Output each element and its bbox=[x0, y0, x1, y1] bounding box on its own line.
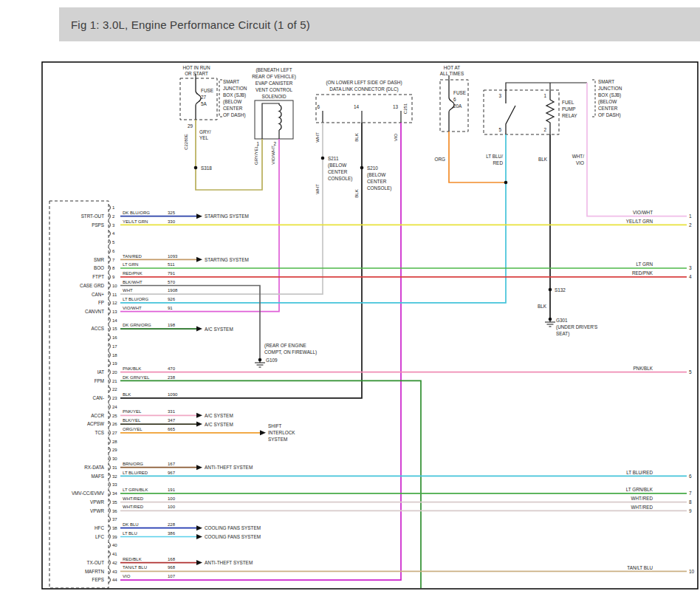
label: 1 bbox=[543, 93, 546, 98]
figure-page: Fig 1: 3.0L, Engine Performance Circuit … bbox=[0, 0, 700, 608]
pcm-pin-number: 35 bbox=[112, 500, 117, 505]
pcm-pin-label: TX-OUT bbox=[87, 560, 105, 565]
label: 3 bbox=[498, 93, 501, 98]
pcm-pin-label: FP bbox=[98, 300, 104, 305]
wire-circuit-number: 570 bbox=[168, 280, 176, 284]
splice-dot bbox=[504, 181, 508, 185]
rotated-label: GRY/YEL bbox=[254, 145, 258, 165]
wire-color-label: LT GRN/BLK bbox=[626, 487, 653, 492]
pcm-pin-number: 39 bbox=[112, 535, 117, 539]
label: ALL TIMES bbox=[440, 71, 464, 76]
pcm-pin-label: RX-DATA bbox=[84, 465, 105, 470]
page-terminal-number: 4 bbox=[689, 274, 692, 279]
system-callout: COOLING FANS SYSTEM bbox=[205, 525, 261, 530]
wire-circuit-number: 470 bbox=[168, 366, 176, 371]
label: 2 bbox=[543, 127, 546, 132]
wire-color-label: PNK/YEL bbox=[123, 409, 142, 414]
label: LT BLU/ bbox=[486, 154, 503, 159]
rotated-label: C2280E bbox=[184, 134, 188, 150]
pcm-pin-number: 30 bbox=[112, 457, 117, 461]
wire-color-label: DK BLU/ORG bbox=[123, 211, 150, 215]
label: (BELOW bbox=[598, 99, 617, 105]
label: (REAR OF ENGINE bbox=[264, 343, 306, 349]
system-callout: SYSTEM bbox=[268, 437, 287, 442]
wire-circuit-number: 191 bbox=[168, 488, 176, 492]
wire-color-label: TAN/LT BLU bbox=[123, 565, 147, 570]
label: SMART bbox=[598, 79, 614, 84]
pcm-pin-number: 29 bbox=[112, 448, 117, 452]
label: S211 bbox=[328, 156, 339, 161]
page-terminal-number: 5 bbox=[689, 369, 692, 375]
label: BLK bbox=[538, 157, 548, 162]
wire-circuit-number: 1093 bbox=[168, 254, 178, 259]
label: JUNCTION bbox=[223, 86, 247, 91]
pcm-pin-number: 40 bbox=[112, 543, 117, 547]
pcm-pin-number: 24 bbox=[112, 405, 117, 409]
system-callout: COOLING FANS SYSTEM bbox=[205, 534, 261, 539]
system-callout: STARTING SYSTEM bbox=[205, 257, 249, 262]
label: 14 bbox=[354, 104, 360, 109]
splice-dot bbox=[194, 166, 198, 170]
system-callout: A/C SYSTEM bbox=[205, 422, 233, 427]
pcm-pin-label: PSPS bbox=[92, 222, 104, 228]
wire-color-label: LT BLU/RED bbox=[123, 471, 148, 475]
pcm-pin-number: 26 bbox=[112, 422, 117, 426]
page-terminal-number: 9 bbox=[689, 508, 692, 513]
wire-color-label: RED/BLK bbox=[123, 557, 142, 561]
label: YEL bbox=[199, 135, 209, 140]
label: 2 bbox=[273, 141, 276, 146]
rotated-label: WHT bbox=[315, 132, 320, 143]
pcm-pin-number: 32 bbox=[112, 474, 117, 479]
label: EVAP CANISTER bbox=[255, 81, 293, 86]
wire-color-label: PNK/BLK bbox=[633, 366, 653, 371]
wire-color-label: LT GRN bbox=[123, 262, 138, 267]
wire-circuit-number: 100 bbox=[168, 505, 176, 509]
label: 6 bbox=[453, 97, 456, 102]
wire-circuit-number: 228 bbox=[168, 522, 176, 527]
wire-circuit-number: 511 bbox=[168, 262, 175, 267]
wire-circuit-number: 107 bbox=[168, 574, 176, 578]
label: (BELOW bbox=[223, 99, 242, 105]
system-callout: SHIFT bbox=[268, 423, 282, 428]
label: BLK bbox=[538, 304, 547, 309]
label: (BELOW bbox=[367, 172, 386, 178]
wire-circuit-number: 1908 bbox=[168, 288, 178, 293]
label: OR START bbox=[185, 71, 208, 76]
pcm-pin-label: ACCS bbox=[92, 326, 105, 331]
page-terminal-number: 1 bbox=[689, 214, 692, 219]
label: S318 bbox=[201, 165, 212, 171]
pcm-pin-label: ACCR bbox=[91, 413, 104, 418]
wire-circuit-number: 386 bbox=[168, 531, 176, 536]
label: (BENEATH LEFT bbox=[255, 67, 292, 73]
wire-color-label: LT BLU/ORG bbox=[123, 297, 148, 301]
pcm-pin-number: 12 bbox=[112, 301, 117, 305]
wire-color-label: LT BLU bbox=[123, 531, 137, 536]
pcm-pin-number: 16 bbox=[112, 335, 117, 340]
pcm-pin-number: 36 bbox=[112, 509, 117, 513]
label: G109 bbox=[266, 358, 278, 363]
pcm-pin-label: VPWR bbox=[90, 499, 104, 505]
label: WHT/ bbox=[572, 154, 585, 159]
wire-color-label: WHT/RED bbox=[123, 505, 144, 509]
wire-color-label: YEL/LT GRN bbox=[626, 219, 653, 224]
wire-color-label: DK BLU bbox=[123, 522, 139, 527]
pcm-pin-label: CAN+ bbox=[92, 292, 104, 297]
wire-color-label: YEL/LT GRN bbox=[123, 219, 148, 224]
pcm-pin-number: 28 bbox=[112, 440, 117, 444]
pcm-pin-label: CAN- bbox=[93, 395, 104, 400]
label: 27 bbox=[201, 95, 207, 100]
rotated-label: VIO bbox=[394, 134, 398, 142]
wiring-diagram: STARTING SYSTEMSTARTING SYSTEMA/C SYSTEM… bbox=[0, 0, 700, 608]
pcm-pin-label: ACPSW bbox=[87, 421, 104, 426]
splice-dot bbox=[321, 157, 325, 160]
label: JUNCTION bbox=[598, 86, 622, 91]
wire-circuit-number: 238 bbox=[168, 375, 176, 380]
wire-color-label: WHT bbox=[123, 288, 133, 293]
page-terminal-number: 2 bbox=[689, 222, 692, 228]
label: 20A bbox=[453, 103, 462, 109]
pcm-pin-number: 23 bbox=[112, 396, 117, 400]
wire-color-label: BLK/WHT bbox=[123, 280, 143, 284]
system-callout: ANTI-THEFT SYSTEM bbox=[205, 560, 253, 565]
pcm-pin-label: CANVNT bbox=[85, 309, 104, 314]
pcm-pin-label: VPWR bbox=[90, 508, 104, 513]
